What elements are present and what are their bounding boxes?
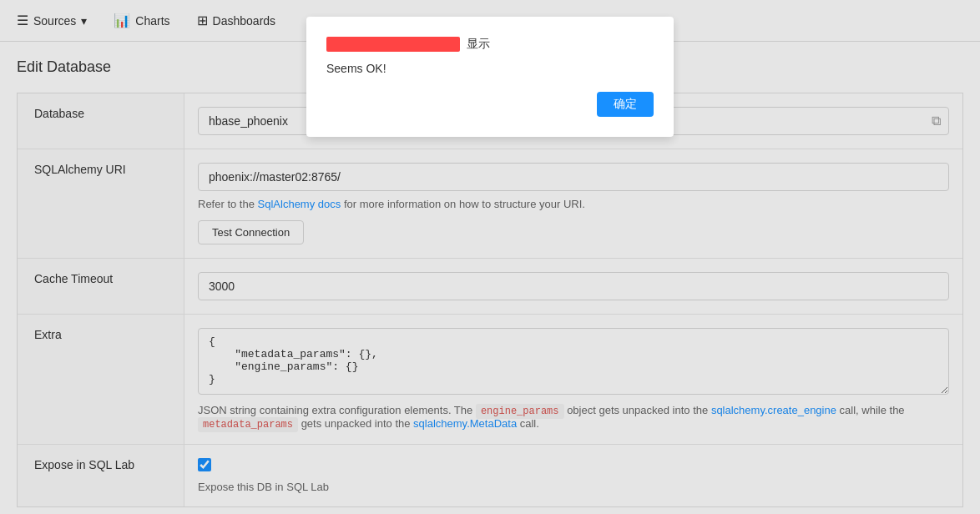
modal-footer: 确定 bbox=[326, 92, 654, 117]
modal-title-suffix: 显示 bbox=[467, 37, 490, 52]
modal-confirm-button[interactable]: 确定 bbox=[597, 92, 654, 117]
modal-overlay: 显示 Seems OK! 确定 bbox=[0, 0, 980, 514]
modal-box: 显示 Seems OK! 确定 bbox=[306, 17, 674, 137]
modal-message: Seems OK! bbox=[326, 62, 654, 75]
modal-title-redacted bbox=[326, 37, 460, 52]
modal-title: 显示 bbox=[326, 37, 654, 52]
